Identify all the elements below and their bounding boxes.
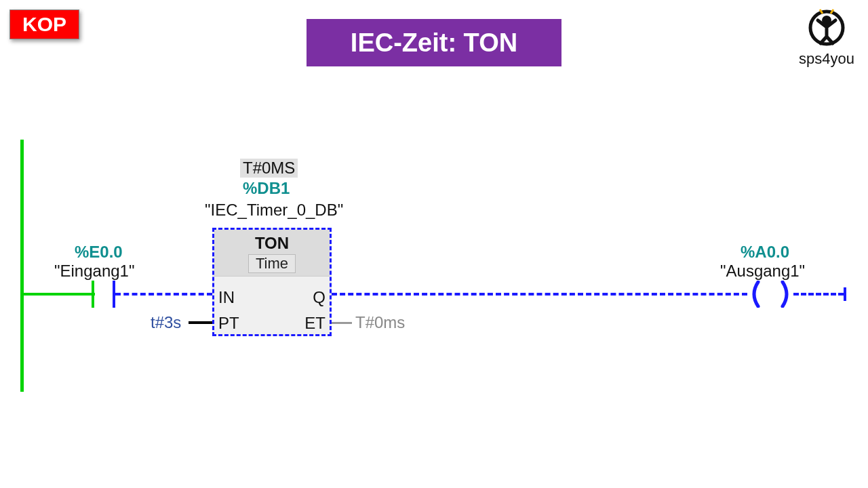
coil-address: %A0.0 xyxy=(741,243,789,262)
timer-type: TON xyxy=(214,234,330,253)
timer-header: TON Time xyxy=(214,230,330,277)
wire-rail-to-contact xyxy=(22,293,95,296)
pin-et: ET xyxy=(304,314,326,333)
wire-et xyxy=(332,322,352,324)
coil-name: "Ausgang1" xyxy=(720,262,805,281)
logo-icon xyxy=(807,7,846,49)
et-value: T#0ms xyxy=(355,313,405,332)
wire-pt xyxy=(189,321,212,324)
wire-coil-to-end xyxy=(793,293,844,296)
coil-left-paren xyxy=(747,281,762,308)
timer-db-name: "IEC_Timer_0_DB" xyxy=(205,201,343,220)
power-rail xyxy=(20,140,24,392)
timer-db-address: %DB1 xyxy=(243,179,290,198)
pin-q: Q xyxy=(313,288,326,307)
pin-pt: PT xyxy=(218,314,239,333)
wire-contact-to-in xyxy=(115,293,212,296)
ladder-diagram: %E0.0 "Eingang1" TON Time IN Q PT ET T#0… xyxy=(0,136,868,407)
pt-value: t#3s xyxy=(151,313,181,332)
logo: sps4you xyxy=(799,7,854,68)
contact-address: %E0.0 xyxy=(75,243,123,262)
wire-end-tick xyxy=(844,287,846,301)
timer-block: TON Time IN Q PT ET xyxy=(212,228,332,336)
pin-in: IN xyxy=(218,288,235,307)
page-title: IEC-Zeit: TON xyxy=(307,19,561,66)
kop-badge: KOP xyxy=(9,9,79,39)
timer-datatype: Time xyxy=(248,254,296,273)
logo-text: sps4you xyxy=(799,50,854,68)
contact-name: "Eingang1" xyxy=(54,262,134,281)
wire-q-to-coil xyxy=(332,293,747,296)
contact-left-tick xyxy=(92,281,94,308)
coil-right-paren xyxy=(778,281,793,308)
timer-elapsed-display: T#0MS xyxy=(240,159,298,178)
